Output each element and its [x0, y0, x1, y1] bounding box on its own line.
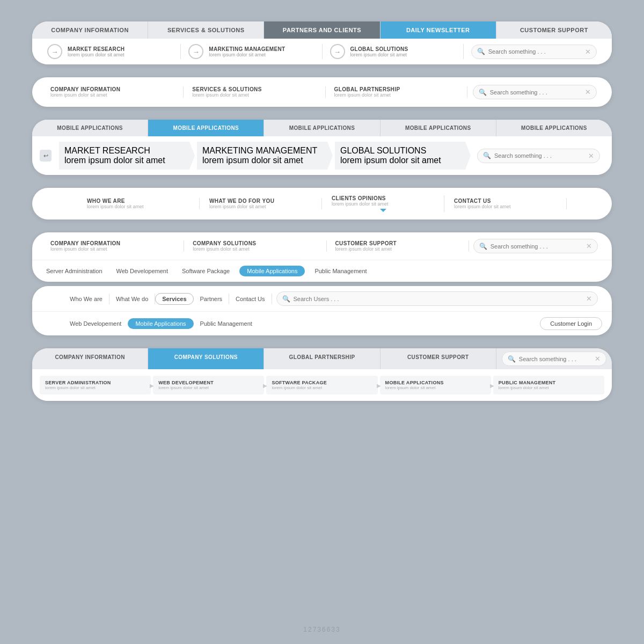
nav3-tab-4[interactable]: MOBILE APPLICATIONS	[496, 120, 612, 136]
search-box[interactable]: 🔍 ✕	[471, 45, 597, 59]
nav1-tab-2[interactable]: PARTNERS AND CLIENTS	[264, 21, 380, 39]
nav7-item-4[interactable]: PUBLIC MANAGEMENT lorem ipsum dolor sit …	[493, 376, 604, 394]
nav-block-3: MOBILE APPLICATIONSMOBILE APPLICATIONSMO…	[32, 120, 612, 175]
nav3-item-1[interactable]: MARKETING MANAGEMENT lorem ipsum dolor s…	[197, 142, 333, 170]
nav6-bottom: Web DevelopementMobile ApplicationsPubli…	[32, 312, 612, 335]
nav1-item-2[interactable]: → GLOBAL SOLUTIONS lorem ipsum dolor sit…	[323, 44, 464, 59]
nav4-item-2[interactable]: CLIENTS OPINIONS lorem ipsum dolor sit a…	[322, 195, 444, 212]
nav6-item-3[interactable]: Partners	[194, 294, 230, 304]
nav7-search-tab: 🔍 ✕	[496, 348, 612, 369]
nav6-item-2[interactable]: Services	[155, 293, 193, 305]
nav7-item-0[interactable]: SERVER ADMINISTRATION lorem ipsum dolor …	[40, 376, 151, 394]
nav-block-5: COMPANY INFORMATION lorem ipsum dolor si…	[32, 232, 612, 282]
nav7-item-text-4: PUBLIC MANAGEMENT lorem ipsum dolor sit …	[499, 380, 556, 390]
nav7-tab-3[interactable]: CUSTOMER SUPPORT	[380, 348, 496, 369]
nav7-tab-0[interactable]: COMPANY INFORMATION	[32, 348, 148, 369]
nav5-item-2[interactable]: CUSTOMER SUPPORT lorem ipsum dolor sit a…	[327, 240, 469, 252]
nav7-item-text-0: SERVER ADMINISTRATION lorem ipsum dolor …	[45, 380, 111, 390]
nav4-item-1[interactable]: WHAT WE DO FOR YOU lorem ipsum dolor sit…	[200, 198, 322, 209]
nav-block-1: COMPANY INFORMATIONSERVICES & SOLUTIONSP…	[32, 21, 612, 64]
nav6-sub-link-0[interactable]: Web Developement	[70, 320, 121, 327]
clear-icon[interactable]: ✕	[585, 48, 591, 56]
nav3-tabs: MOBILE APPLICATIONSMOBILE APPLICATIONSMO…	[32, 120, 612, 136]
nav1-tab-0[interactable]: COMPANY INFORMATION	[32, 21, 148, 39]
nav3-item-0[interactable]: MARKET RESEARCH lorem ipsum dolor sit am…	[59, 142, 195, 170]
nav3-search: 🔍 ✕	[473, 149, 604, 163]
nav1-item-icon-2: →	[330, 44, 345, 59]
nav7-item-3[interactable]: MOBILE APPLICATIONS lorem ipsum dolor si…	[380, 376, 491, 394]
nav1-item-0[interactable]: → MARKET RESEARCH lorem ipsum dolor sit …	[40, 44, 181, 59]
nav7-item-1[interactable]: WEB DEVELOPEMENT lorem ipsum dolor sit a…	[153, 376, 264, 394]
nav7-tabs: COMPANY INFORMATIONCOMPANY SOLUTIONSGLOB…	[32, 348, 612, 369]
nav3-item-2[interactable]: GLOBAL SOLUTIONS lorem ipsum dolor sit a…	[335, 142, 471, 170]
nav2-items: COMPANY INFORMATION lorem ipsum dolor si…	[32, 77, 612, 107]
nav1-tab-4[interactable]: CUSTOMER SUPPORT	[496, 21, 612, 39]
search-input[interactable]	[488, 48, 583, 55]
watermark: 12736633	[303, 626, 340, 633]
nav6-sub-link-1[interactable]: Mobile Applications	[128, 318, 193, 329]
nav7-item-2[interactable]: SOFTWARE PACKAGE lorem ipsum dolor sit a…	[266, 376, 377, 394]
nav1-item-text-1: MARKETING MANAGEMENT lorem ipsum dolor s…	[209, 46, 285, 57]
nav7-item-text-3: MOBILE APPLICATIONS lorem ipsum dolor si…	[385, 380, 444, 390]
nav5-sub-link-0[interactable]: Server Administration	[42, 266, 107, 276]
customer-login-button[interactable]: Customer Login	[540, 317, 602, 330]
nav5-sub-link-3[interactable]: Mobile Applications	[239, 266, 305, 276]
search-input[interactable]	[294, 296, 584, 302]
nav1-items: → MARKET RESEARCH lorem ipsum dolor sit …	[32, 39, 612, 64]
search-input[interactable]	[494, 152, 586, 159]
nav5-bottom: Server AdministrationWeb DevelopementSof…	[32, 260, 612, 282]
search-box[interactable]: 🔍 ✕	[477, 149, 600, 163]
search-icon: 🔍	[508, 355, 516, 363]
clear-icon[interactable]: ✕	[585, 88, 591, 96]
nav5-item-1[interactable]: COMPANY SOLUTIONS lorem ipsum dolor sit …	[184, 240, 326, 252]
nav1-tab-3[interactable]: DAILY NEWSLETTER	[380, 21, 496, 39]
nav1-search: 🔍 ✕	[464, 45, 604, 59]
search-input[interactable]	[490, 89, 583, 96]
nav5-sub-link-1[interactable]: Web Developement	[112, 266, 172, 276]
search-box[interactable]: 🔍 ✕	[473, 239, 598, 253]
search-icon: 🔍	[282, 295, 290, 303]
nav4-item-0[interactable]: WHO WE ARE lorem ipsum dolor sit amet	[77, 198, 200, 209]
nav1-tab-1[interactable]: SERVICES & SOLUTIONS	[148, 21, 264, 39]
search-icon: 🔍	[479, 89, 487, 96]
nav3-tab-2[interactable]: MOBILE APPLICATIONS	[264, 120, 380, 136]
nav6-item-1[interactable]: What We do	[109, 294, 155, 304]
nav6-item-0[interactable]: Who We are	[63, 294, 109, 304]
nav7-tab-2[interactable]: GLOBAL PARTNERSHIP	[264, 348, 380, 369]
nav6-search: 🔍 ✕	[272, 291, 602, 306]
clear-icon[interactable]: ✕	[586, 295, 592, 303]
nav1-item-text-0: MARKET RESEARCH lorem ipsum dolor sit am…	[68, 46, 125, 57]
nav2-item-1[interactable]: SERVICES & SOLUTIONS lorem ipsum dolor s…	[184, 86, 325, 98]
nav1-item-1[interactable]: → MARKETING MANAGEMENT lorem ipsum dolor…	[181, 44, 322, 59]
clear-icon[interactable]: ✕	[595, 355, 601, 363]
search-input[interactable]	[519, 356, 592, 362]
nav3-tab-1[interactable]: MOBILE APPLICATIONS	[148, 120, 264, 136]
search-icon: 🔍	[479, 243, 487, 250]
search-box[interactable]: 🔍 ✕	[502, 352, 606, 366]
nav-block-2: COMPANY INFORMATION lorem ipsum dolor si…	[32, 77, 612, 107]
nav-block-6: Who We areWhat We doServicesPartnersCont…	[32, 286, 612, 335]
nav5-item-0[interactable]: COMPANY INFORMATION lorem ipsum dolor si…	[42, 240, 184, 252]
nav3-tab-0[interactable]: MOBILE APPLICATIONS	[32, 120, 148, 136]
nav2-item-2[interactable]: GLOBAL PARTNERSHIP lorem ipsum dolor sit…	[326, 86, 467, 98]
search-box[interactable]: 🔍 ✕	[276, 291, 598, 306]
search-icon: 🔍	[483, 152, 491, 159]
nav3-tab-3[interactable]: MOBILE APPLICATIONS	[380, 120, 496, 136]
nav6-item-4[interactable]: Contact Us	[229, 294, 272, 304]
nav7-tab-1[interactable]: COMPANY SOLUTIONS	[148, 348, 264, 369]
nav4-item-3[interactable]: CONTACT US lorem ipsum dolor sit amet	[444, 198, 567, 209]
nav5-sub-link-4[interactable]: Public Management	[310, 266, 371, 276]
clear-icon[interactable]: ✕	[588, 152, 594, 160]
search-icon: 🔍	[477, 48, 485, 55]
nav5-sub-link-2[interactable]: Software Package	[178, 266, 234, 276]
search-box[interactable]: 🔍 ✕	[473, 85, 597, 99]
nav1-item-icon-1: →	[188, 44, 203, 59]
nav6-top: Who We areWhat We doServicesPartnersCont…	[32, 286, 612, 312]
nav5-search: 🔍 ✕	[469, 239, 602, 253]
nav1-item-text-2: GLOBAL SOLUTIONS lorem ipsum dolor sit a…	[350, 46, 408, 57]
nav6-sub-link-2[interactable]: Public Management	[200, 320, 252, 327]
search-input[interactable]	[491, 243, 584, 250]
nav2-item-0[interactable]: COMPANY INFORMATION lorem ipsum dolor si…	[42, 86, 184, 98]
nav5-top: COMPANY INFORMATION lorem ipsum dolor si…	[32, 232, 612, 260]
clear-icon[interactable]: ✕	[586, 242, 592, 250]
